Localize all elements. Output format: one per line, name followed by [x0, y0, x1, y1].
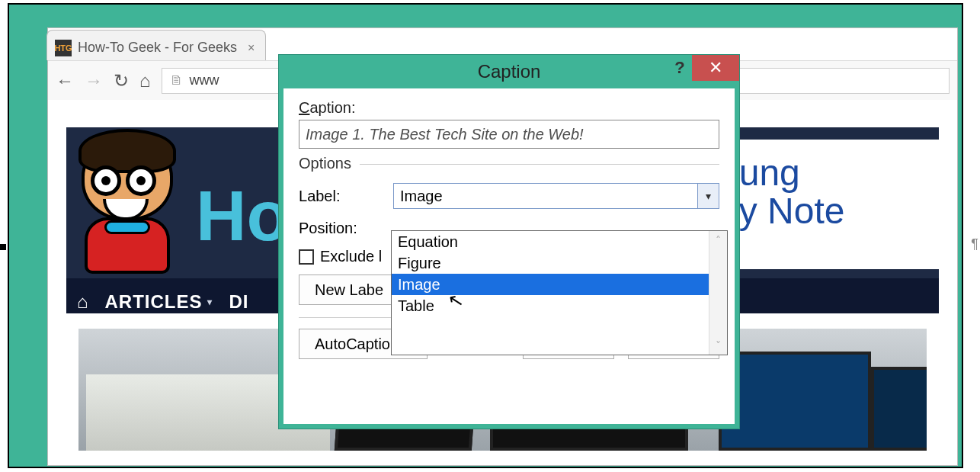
label-combobox-value: Image	[400, 188, 443, 205]
chevron-down-icon: ▾	[706, 190, 711, 202]
label-row-label: Label:	[299, 188, 384, 205]
exclude-label: Exclude l	[320, 248, 382, 265]
chevron-down-icon: ▾	[207, 297, 213, 307]
home-icon[interactable]: ⌂	[139, 70, 151, 92]
reload-icon[interactable]: ↻	[114, 70, 129, 92]
close-icon: ✕	[709, 58, 722, 78]
tab-strip: HTG How-To Geek - For Geeks ×	[46, 27, 266, 60]
exclude-checkbox[interactable]	[299, 249, 314, 265]
tab-close-icon[interactable]: ×	[248, 41, 255, 55]
label-row: Label: Image ▾	[299, 183, 719, 209]
scroll-down-icon[interactable]: ˅	[716, 339, 721, 352]
tab-title: How-To Geek - For Geeks	[78, 40, 237, 56]
options-group-label: Options	[299, 155, 719, 172]
dialog-titlebar[interactable]: Caption ? ✕	[279, 55, 739, 88]
nav-item-label: ARTICLES	[105, 291, 203, 313]
favicon-icon: HTG	[55, 40, 72, 56]
dialog-title: Caption	[478, 61, 541, 82]
scroll-up-icon[interactable]: ˄	[716, 234, 721, 246]
combobox-dropdown-button[interactable]: ▾	[697, 184, 719, 208]
dropdown-item-image[interactable]: Image	[392, 274, 709, 295]
options-text: Options	[299, 155, 351, 172]
page-icon: 🗎	[170, 72, 184, 88]
url-text: www	[190, 72, 219, 88]
back-icon[interactable]: ←	[56, 70, 74, 92]
dropdown-item-equation[interactable]: Equation	[392, 231, 709, 252]
dropdown-item-table[interactable]: Table	[392, 295, 709, 316]
caption-label: Caption:	[299, 99, 719, 117]
close-button[interactable]: ✕	[692, 55, 739, 81]
nav-home-icon[interactable]: ⌂	[77, 291, 88, 313]
new-label-text: New Labe	[315, 281, 383, 299]
new-label-button[interactable]: New Labe	[299, 275, 399, 305]
selection-handle	[0, 244, 6, 250]
nav-item-second[interactable]: DI	[229, 291, 249, 313]
pilcrow-mark: ¶	[971, 236, 978, 252]
caption-input[interactable]	[299, 120, 719, 149]
nav-item-articles[interactable]: ARTICLES ▾	[105, 291, 213, 313]
label-combobox[interactable]: Image ▾	[393, 183, 719, 209]
position-row-label: Position:	[299, 220, 384, 237]
mascot-illustration	[74, 129, 188, 274]
browser-tab[interactable]: HTG How-To Geek - For Geeks ×	[46, 30, 266, 60]
screenshot-frame: HTG How-To Geek - For Geeks × ← → ↻ ⌂ 🗎 …	[8, 3, 963, 468]
forward-icon[interactable]: →	[85, 70, 103, 92]
dropdown-item-figure[interactable]: Figure	[392, 252, 709, 274]
label-dropdown-list[interactable]: EquationFigureImageTable ˄ ˅	[391, 230, 728, 355]
dropdown-scrollbar[interactable]: ˄ ˅	[709, 231, 727, 355]
